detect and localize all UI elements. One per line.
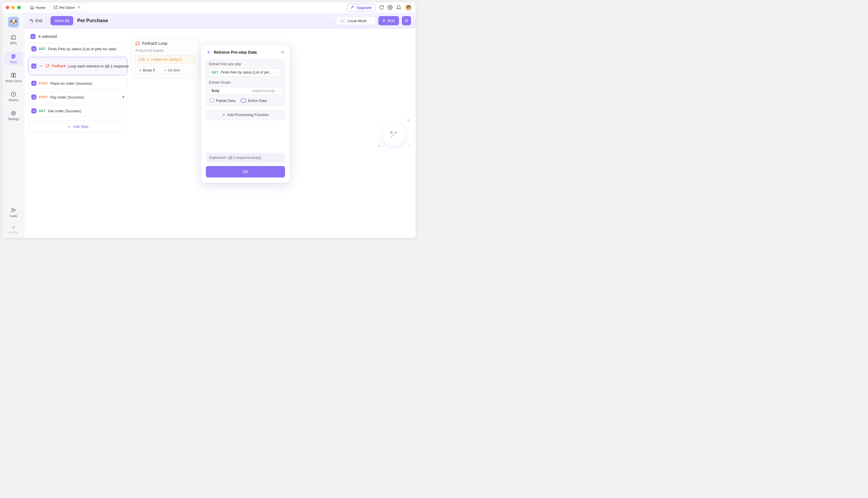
method-badge: GET <box>39 109 46 113</box>
svg-rect-3 <box>12 55 15 55</box>
maximize-window-button[interactable] <box>17 6 21 9</box>
upgrade-button[interactable]: Upgrade <box>347 4 376 12</box>
foreach-badge: ForEach <box>52 64 66 68</box>
sparkle-icon: ✦ <box>406 117 410 123</box>
sliders-icon <box>404 18 409 23</box>
expression-display: Expression: {{$.1.response.body}} <box>206 153 285 162</box>
on-error-button[interactable]: On Erro <box>160 66 183 74</box>
workspace-avatar[interactable]: 🐶 <box>8 17 19 28</box>
add-step-label: Add Step <box>73 124 89 129</box>
undo-icon <box>29 18 34 23</box>
step-item[interactable]: POST Place an order (Success) <box>28 78 127 89</box>
dialog-back-button[interactable] <box>206 50 211 55</box>
bell-icon <box>396 5 401 10</box>
chevron-down-icon <box>369 19 372 22</box>
plus-icon <box>138 69 142 72</box>
sidebar-item-history[interactable]: History <box>4 90 23 103</box>
step-foreach[interactable]: ForEach Loop each element in {{$.1.respo… <box>28 57 127 75</box>
add-step-button[interactable]: Add Step <box>28 121 127 132</box>
env-name: Local Mock <box>348 19 367 23</box>
sidebar-item-invite[interactable]: Invite <box>4 206 23 220</box>
save-all-button[interactable]: Save All <box>51 16 73 25</box>
env-badge: Lo <box>339 19 345 23</box>
close-tab-icon[interactable] <box>77 5 81 10</box>
array-expression-input[interactable]: {{$.1.response.body}} <box>135 55 195 64</box>
home-icon <box>30 5 34 10</box>
svg-point-13 <box>12 227 15 228</box>
radio-entire-data[interactable]: Entire Data <box>241 98 267 103</box>
foreach-card-title: ForEach Loop <box>135 41 195 46</box>
extract-step-select[interactable]: GET Finds Pets by status (List of pets f… <box>209 68 282 76</box>
close-window-button[interactable] <box>6 6 9 9</box>
external-link-icon <box>53 5 57 10</box>
dialog-close-button[interactable] <box>281 50 285 55</box>
sidebar-item-settings[interactable]: Settings <box>4 108 23 122</box>
step-checkbox[interactable] <box>31 94 37 100</box>
rocket-icon <box>351 5 355 10</box>
notifications-button[interactable] <box>396 5 401 10</box>
dialog-title: Retrieve Pre-step Data <box>214 50 257 55</box>
extract-step-name: Finds Pets by status (List of pets for s… <box>221 70 273 74</box>
brand-label: Apidog <box>9 225 18 234</box>
step-item[interactable]: POST Pay order (Success) <box>28 91 127 103</box>
refresh-button[interactable] <box>379 5 384 10</box>
extract-scope-label: Extract Scope <box>209 80 282 84</box>
close-icon <box>281 50 285 55</box>
method-badge: GET <box>39 47 46 51</box>
api-icon: 96 <box>11 35 16 40</box>
checkbox-all[interactable] <box>30 34 36 39</box>
svg-point-8 <box>13 113 14 114</box>
settings-nut-icon <box>11 110 16 116</box>
extract-scope-select[interactable]: Body response.body <box>209 87 282 95</box>
unsaved-indicator <box>123 96 124 98</box>
home-tab-label: Home <box>36 5 46 10</box>
svg-text:96: 96 <box>12 37 14 39</box>
sparkle-icon: ✧ <box>407 143 411 149</box>
step-checkbox[interactable] <box>31 46 37 51</box>
home-tab[interactable]: Home <box>27 4 49 12</box>
exit-button[interactable]: Exit <box>29 18 42 23</box>
sidebar-item-share-docs[interactable]: Share Docs <box>4 71 23 84</box>
minimize-window-button[interactable] <box>12 6 15 9</box>
svg-point-10 <box>12 226 13 227</box>
step-item[interactable]: GET Get order (Success) <box>28 105 127 117</box>
method-badge: GET <box>212 71 218 74</box>
sidebar-item-tests[interactable]: Tests <box>4 52 23 65</box>
refresh-icon <box>379 5 384 10</box>
radio-partial-data[interactable]: Partial Data <box>209 98 235 103</box>
add-processing-function-button[interactable]: Add Processing Function <box>206 109 285 120</box>
invite-icon <box>11 207 16 213</box>
docs-icon <box>11 73 16 78</box>
titlebar: Home Pet Store Upgrade <box>2 2 416 13</box>
sidebar-item-label: Invite <box>10 214 17 218</box>
step-checkbox[interactable] <box>31 108 37 114</box>
settings-button[interactable] <box>388 5 393 10</box>
active-tab[interactable]: Pet Store <box>50 3 84 12</box>
break-if-button[interactable]: Break If <box>135 66 158 74</box>
chevron-down-icon <box>276 71 279 74</box>
environment-select[interactable]: Lo Local Mock <box>336 17 376 25</box>
step-checkbox[interactable] <box>31 64 37 69</box>
plus-icon <box>222 113 226 117</box>
expand-toggle[interactable] <box>39 64 43 68</box>
step-name: Pay order (Success) <box>50 95 84 100</box>
sidebar-item-label: Settings <box>8 117 19 121</box>
magic-wand-icon <box>389 130 398 139</box>
radio-indicator <box>209 98 214 103</box>
step-checkbox[interactable] <box>31 81 37 86</box>
workspace-title: Pet Purchase <box>77 18 108 24</box>
selected-count: 6 selected <box>39 34 57 39</box>
step-name: Get order (Success) <box>48 109 81 113</box>
loop-icon <box>135 41 140 46</box>
sidebar-item-label: History <box>9 98 18 102</box>
radio-indicator <box>241 98 246 103</box>
run-button[interactable]: Run <box>378 16 399 25</box>
plus-icon <box>67 124 71 129</box>
run-options-button[interactable] <box>402 16 411 25</box>
sidebar-item-apis[interactable]: 96 APIs <box>4 33 23 47</box>
step-item[interactable]: GET Finds Pets by status (List of pets f… <box>28 43 127 55</box>
ok-button[interactable]: OK <box>206 166 285 178</box>
user-avatar[interactable]: 🧑 <box>405 4 412 11</box>
method-badge: POST <box>39 81 48 85</box>
ai-assist-button[interactable] <box>382 123 405 146</box>
